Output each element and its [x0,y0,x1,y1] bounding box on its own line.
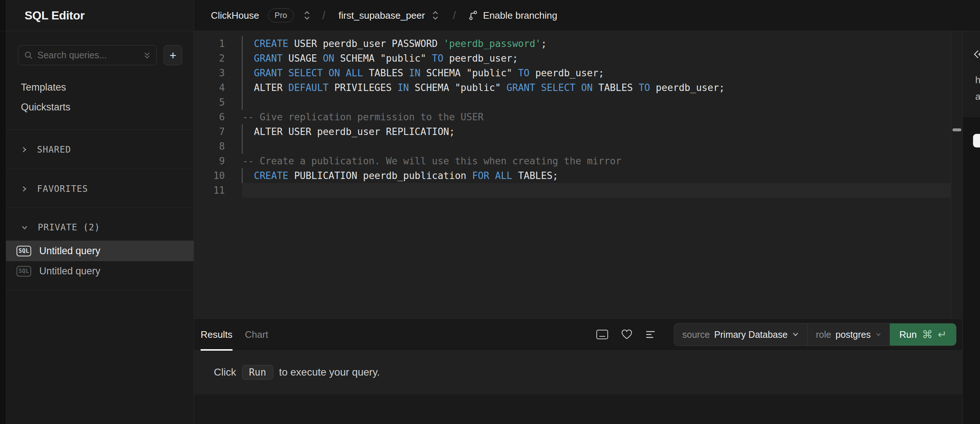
code-line[interactable]: 9-- Create a publication. We will use th… [194,154,951,168]
code-line[interactable]: 1 CREATE USER peerdb_user PASSWORD 'peer… [194,36,951,51]
format-list-icon[interactable] [645,330,656,339]
sidebar-item-untitled-query-1[interactable]: SQL Untitled query [6,241,194,261]
line-number: 4 [194,80,225,95]
line-number: 6 [194,110,225,124]
code-text: GRANT USAGE ON SCHEMA "public" TO peerdb… [242,51,518,65]
code-text: ALTER DEFAULT PRIVILEGES IN SCHEMA "publ… [242,80,725,95]
source-select[interactable]: source Primary Database [674,324,807,346]
divider [6,290,194,290]
code-line[interactable]: 3 GRANT SELECT ON ALL TABLES IN SCHEMA "… [194,65,951,80]
chevron-right-icon [21,146,27,153]
scrollbar-marker [953,128,961,131]
code-text: GRANT SELECT ON ALL TABLES IN SCHEMA "pu… [242,65,604,80]
code-line[interactable]: 4 ALTER DEFAULT PRIVILEGES IN SCHEMA "pu… [194,80,951,95]
right-panel-collapsed[interactable]: h a [963,31,980,424]
tab-chart[interactable]: Chart [245,318,269,351]
results-empty-message: Click Run to execute your query. [194,351,980,394]
right-panel-clipped-text: h [975,75,980,86]
line-number: 9 [194,154,225,168]
results-panel: Results Chart source Primary Database [194,318,980,424]
right-panel-top: h a [963,31,980,116]
breadcrumb-bar: ClickHouse Pro / first_supabase_peer / E… [194,0,980,31]
statement-marker [242,95,243,110]
breadcrumb-service[interactable]: ClickHouse [211,10,259,21]
code-text: -- Give replication permission to the US… [242,110,484,124]
results-toolbar: Results Chart source Primary Database [194,318,980,351]
sidebar-section-shared[interactable]: SHARED [6,140,194,159]
enable-branching-button[interactable]: Enable branching [483,10,557,21]
select-updown-icon[interactable] [302,10,311,21]
code-text: CREATE PUBLICATION peerdb_publication FO… [242,168,558,183]
new-query-button[interactable]: + [164,45,182,65]
run-control-group: source Primary Database role postgres Ru… [674,323,956,346]
breadcrumb-peer[interactable]: first_supabase_peer [339,10,425,21]
sql-file-icon: SQL [16,246,31,257]
line-number: 11 [194,183,225,198]
run-kbd-chip: Run [242,365,273,379]
chevron-down-icon [21,224,28,231]
sidebar: SQL Editor Search queries... + Templates… [0,0,194,424]
code-text: ALTER USER peerdb_user REPLICATION; [242,124,455,139]
clipped-white-button[interactable] [973,134,980,147]
search-input[interactable]: Search queries... [18,45,157,65]
sidebar-item-templates[interactable]: Templates [6,78,194,96]
git-branch-icon [468,10,478,21]
sidebar-header: SQL Editor [0,0,194,31]
plus-icon: + [169,49,177,61]
run-button[interactable]: Run ⌘ ↵ [890,324,956,346]
left-rail [0,0,6,424]
active-line-highlight [242,183,951,198]
sql-file-icon: SQL [16,266,31,277]
line-number: 5 [194,95,225,110]
page-title: SQL Editor [25,9,85,22]
chevron-down-icon [792,332,799,337]
code-line[interactable]: 2 GRANT USAGE ON SCHEMA "public" TO peer… [194,51,951,65]
statement-marker [242,139,243,154]
sidebar-section-private[interactable]: PRIVATE (2) [6,217,194,237]
line-number: 2 [194,51,225,65]
sidebar-item-quickstarts[interactable]: Quickstarts [6,98,194,116]
sidebar-item-untitled-query-2[interactable]: SQL Untitled query [6,262,194,280]
select-updown-icon[interactable] [431,10,440,21]
breadcrumb-separator: / [322,9,325,22]
sidebar-section-favorites[interactable]: FAVORITES [6,179,194,199]
divider [6,207,194,208]
right-panel-clipped-text: a [975,91,980,102]
code-line[interactable]: 5 [194,95,951,110]
divider [6,129,194,130]
code-line[interactable]: 6-- Give replication permission to the U… [194,110,951,124]
code-line[interactable]: 10 CREATE PUBLICATION peerdb_publication… [194,168,951,183]
chevron-down-icon [875,332,882,337]
breadcrumb-separator: / [453,9,456,22]
results-actions: source Primary Database role postgres Ru… [596,323,956,346]
enter-key-icon: ↵ [938,328,947,341]
plan-badge: Pro [268,8,294,22]
search-placeholder: Search queries... [37,50,143,61]
search-icon [24,51,33,60]
code-lines: 1 CREATE USER peerdb_user PASSWORD 'peer… [194,36,951,198]
tab-results[interactable]: Results [200,318,232,351]
chevron-right-icon [21,185,27,193]
divider [6,169,194,169]
keyboard-shortcuts-icon[interactable] [596,329,608,340]
role-select[interactable]: role postgres [807,324,890,346]
line-number: 3 [194,65,225,80]
editor-scrollbar-track[interactable] [951,31,963,318]
code-line[interactable]: 11 [194,183,951,198]
code-editor[interactable]: 1 CREATE USER peerdb_user PASSWORD 'peer… [194,31,980,318]
collapse-left-icon[interactable] [973,49,980,60]
line-number: 10 [194,168,225,183]
code-line[interactable]: 7 ALTER USER peerdb_user REPLICATION; [194,124,951,139]
code-text: CREATE USER peerdb_user PASSWORD 'peerdb… [242,36,547,51]
line-number: 1 [194,36,225,51]
results-footer-area [194,394,980,424]
double-chevron-down-icon [143,51,151,60]
line-number: 8 [194,139,225,154]
cmd-key-icon: ⌘ [922,328,933,341]
favorite-heart-icon[interactable] [621,329,633,340]
code-line[interactable]: 8 [194,139,951,154]
code-text: -- Create a publication. We will use thi… [242,154,621,168]
line-number: 7 [194,124,225,139]
